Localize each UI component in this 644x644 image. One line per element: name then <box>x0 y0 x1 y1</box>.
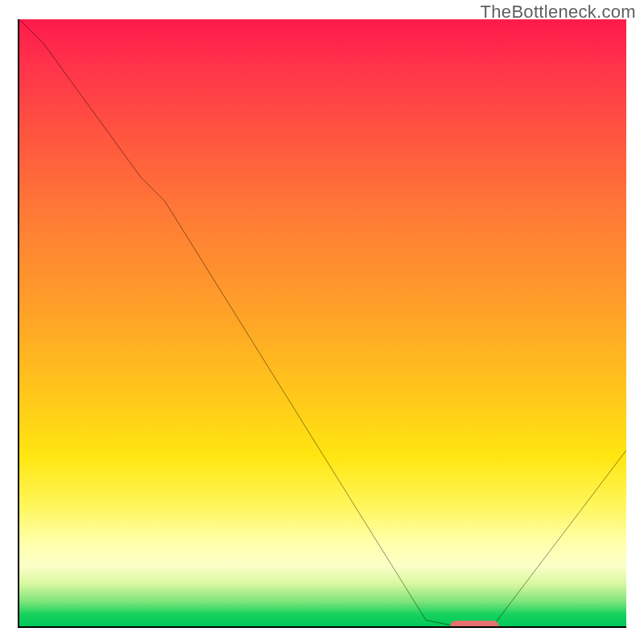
curve-path <box>19 19 626 626</box>
bottleneck-curve <box>19 19 626 626</box>
chart-area <box>18 19 626 628</box>
optimal-range-marker <box>450 621 498 628</box>
watermark-text: TheBottleneck.com <box>481 2 636 23</box>
